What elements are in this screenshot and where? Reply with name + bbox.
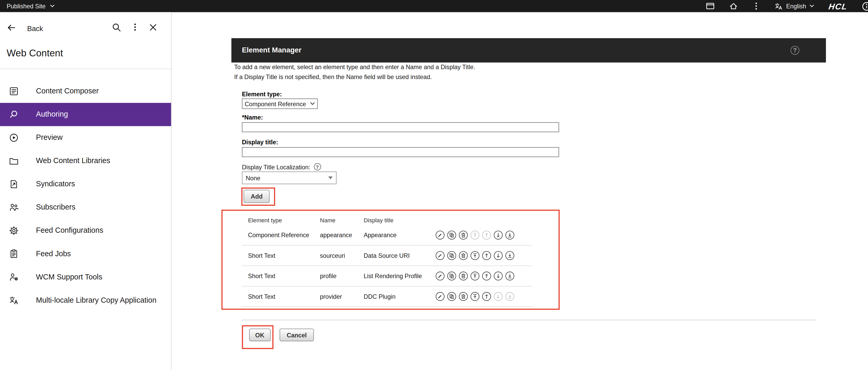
localization-select[interactable]: None xyxy=(242,171,337,184)
sidebar-item-preview[interactable]: Preview xyxy=(0,126,171,149)
row-actions xyxy=(436,231,514,239)
sidebar-menu: Content Composer Authoring Preview Web C… xyxy=(0,79,171,312)
move-up-button[interactable] xyxy=(482,272,491,280)
caret-down-icon xyxy=(50,4,55,8)
hcl-logo: HCL xyxy=(828,1,848,11)
panel-title: Element Manager xyxy=(242,38,301,62)
column-header-name: Name xyxy=(320,217,335,223)
row-actions xyxy=(436,251,514,260)
cell-name: provider xyxy=(320,293,342,300)
copy-button[interactable] xyxy=(447,251,456,260)
move-down-button[interactable] xyxy=(494,231,503,239)
delete-button[interactable] xyxy=(459,272,468,280)
name-input[interactable] xyxy=(242,122,559,132)
sidebar-item-authoring[interactable]: Authoring xyxy=(0,103,171,126)
move-bottom-button xyxy=(505,292,514,301)
kebab-menu-icon[interactable] xyxy=(131,23,139,34)
move-up-button[interactable] xyxy=(482,292,491,301)
sidebar-item-wcm-support-tools[interactable]: WCM Support Tools xyxy=(0,266,171,289)
element-type-value: Component Reference xyxy=(245,100,306,107)
back-arrow-icon xyxy=(6,23,16,33)
sidebar-item-syndicators[interactable]: Syndicators xyxy=(0,172,171,196)
sidebar-item-feed-jobs[interactable]: Feed Jobs xyxy=(0,242,171,266)
cell-element-type: Short Text xyxy=(248,252,276,259)
folder-icon xyxy=(9,156,19,166)
window-icon[interactable] xyxy=(706,2,715,10)
help-icon[interactable]: ? xyxy=(314,163,321,170)
sidebar-item-label: Feed Configurations xyxy=(36,226,103,236)
info-icon[interactable] xyxy=(862,1,868,11)
instructions-line-2: If a Display Title is not specified, the… xyxy=(234,72,475,82)
back-button[interactable]: Back xyxy=(6,23,43,33)
sidebar-item-content-composer[interactable]: Content Composer xyxy=(0,79,171,103)
move-top-button[interactable] xyxy=(470,292,479,301)
sidebar-item-label: Authoring xyxy=(36,110,68,120)
search-icon[interactable] xyxy=(112,23,121,34)
edit-button[interactable] xyxy=(436,272,444,280)
move-bottom-button[interactable] xyxy=(505,272,514,280)
edit-button[interactable] xyxy=(436,231,444,239)
table-row: Short Text sourceuri Data Source URI xyxy=(242,245,532,266)
ok-button[interactable]: OK xyxy=(249,329,271,341)
sidebar-item-label: Content Composer xyxy=(36,87,99,96)
element-type-label: Element type: xyxy=(242,91,282,97)
language-selector[interactable]: English xyxy=(775,2,814,10)
move-top-button xyxy=(470,231,479,239)
help-icon[interactable]: ? xyxy=(790,46,799,55)
back-label: Back xyxy=(27,24,43,32)
sidebar-item-label: Syndicators xyxy=(36,179,75,189)
sidebar: Back Web Content Content Com xyxy=(0,12,172,370)
move-down-button[interactable] xyxy=(494,272,503,280)
sidebar-item-feed-configurations[interactable]: Feed Configurations xyxy=(0,219,171,242)
element-type-select[interactable]: Component Reference xyxy=(242,98,317,109)
row-actions xyxy=(436,292,514,301)
cell-display-title: List Rendering Profile xyxy=(364,273,422,279)
delete-button[interactable] xyxy=(459,251,468,260)
chevron-down-icon xyxy=(310,102,315,106)
close-icon[interactable] xyxy=(149,23,157,33)
application-window: Published Site English xyxy=(0,0,868,370)
gear-icon xyxy=(9,226,19,236)
instructions: To add a new element, select an element … xyxy=(234,63,475,82)
column-header-element-type: Element type xyxy=(248,217,282,223)
overflow-menu-icon[interactable] xyxy=(752,2,760,10)
localization-label-row: Display Title Localization: ? xyxy=(242,163,321,170)
move-down-button[interactable] xyxy=(494,251,503,260)
move-bottom-button[interactable] xyxy=(505,231,514,239)
sidebar-item-multi-locale-library-copy[interactable]: Multi-locale Library Copy Application xyxy=(0,289,171,312)
table-row: Short Text provider DDC Plugin xyxy=(242,287,532,307)
instructions-line-1: To add a new element, select an element … xyxy=(234,63,475,72)
move-up-button xyxy=(482,231,491,239)
table-row: Component Reference appearance Appearanc… xyxy=(242,225,532,245)
move-up-button[interactable] xyxy=(482,251,491,260)
copy-button[interactable] xyxy=(447,272,456,280)
edit-button[interactable] xyxy=(436,251,444,260)
sidebar-item-label: WCM Support Tools xyxy=(36,272,102,282)
cell-name: appearance xyxy=(320,232,352,238)
translate-icon xyxy=(9,295,19,305)
delete-button[interactable] xyxy=(459,231,468,239)
home-icon[interactable] xyxy=(729,2,738,10)
sidebar-item-label: Preview xyxy=(36,133,63,143)
cell-element-type: Component Reference xyxy=(248,232,309,238)
sidebar-item-subscribers[interactable]: Subscribers xyxy=(0,196,171,219)
copy-button[interactable] xyxy=(447,292,456,301)
display-title-input[interactable] xyxy=(242,147,559,157)
delete-button[interactable] xyxy=(459,292,468,301)
move-down-button xyxy=(494,292,503,301)
content-composer-icon xyxy=(9,87,19,96)
edit-button[interactable] xyxy=(436,292,444,301)
copy-button[interactable] xyxy=(447,231,456,239)
move-top-button[interactable] xyxy=(470,251,479,260)
published-site-menu[interactable]: Published Site xyxy=(6,3,55,9)
cell-display-title: Appearance xyxy=(364,232,397,238)
move-bottom-button[interactable] xyxy=(505,251,514,260)
divider xyxy=(0,69,171,69)
column-header-display-title: Display title xyxy=(364,217,394,223)
move-top-button[interactable] xyxy=(470,272,479,280)
support-tools-icon xyxy=(9,272,19,282)
add-button[interactable]: Add xyxy=(244,190,270,203)
sidebar-item-web-content-libraries[interactable]: Web Content Libraries xyxy=(0,149,171,172)
cancel-button[interactable]: Cancel xyxy=(280,329,314,341)
clipboard-icon xyxy=(9,249,19,259)
